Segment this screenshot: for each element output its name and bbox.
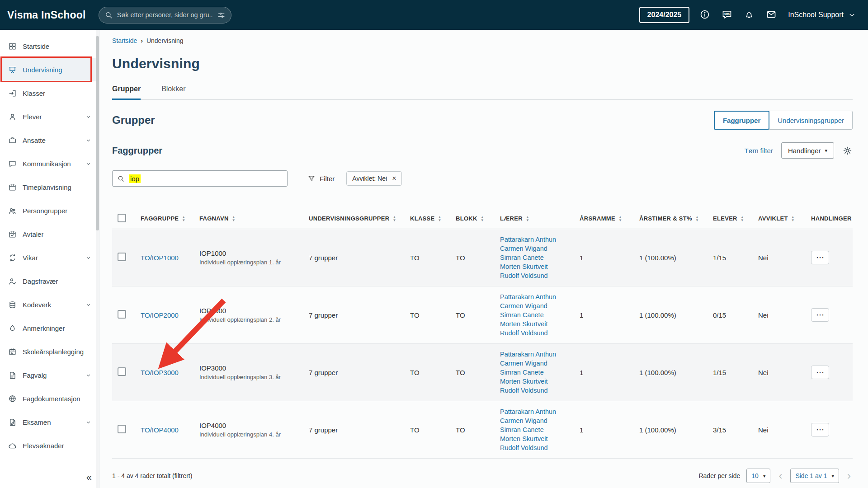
teacher-link[interactable]: Rudolf Voldsund [500,271,573,280]
teacher-link[interactable]: Rudolf Voldsund [500,328,573,338]
sidebar-item-label: Dagsfravær [23,277,58,285]
toggle-undervisningsgrupper[interactable]: Undervisningsgrupper [769,111,853,130]
teacher-link[interactable]: Morten Skurtveit [500,319,573,328]
teacher-link[interactable]: Simran Canete [500,368,573,377]
teacher-link[interactable]: Pattarakarn Anthun [500,407,573,416]
toggle-faggrupper[interactable]: Faggrupper [714,111,769,130]
sidebar-item-eksamen[interactable]: Eksamen [0,410,99,434]
caret-down-icon: ▾ [763,473,766,479]
sidebar-item-klasser[interactable]: Klasser [0,81,99,105]
teacher-link[interactable]: Rudolf Voldsund [500,443,573,452]
global-search-input[interactable]: Søk etter personer, sider og gru... [99,7,231,23]
school-year-button[interactable]: 2024/2025 [639,7,690,23]
sidebar-scrollbar-thumb[interactable] [96,36,99,230]
sidebar-item-startside[interactable]: Startside [0,34,99,58]
handlinger-button[interactable]: Handlinger ▾ [781,142,834,159]
sidebar-item-avtaler[interactable]: Avtaler [0,222,99,246]
grupper-cell: 7 grupper [305,254,406,262]
sidebar-item-anmerkninger[interactable]: Anmerkninger [0,316,99,340]
rows-per-page-select[interactable]: 10 ▾ [746,469,770,483]
sidebar-item-kommunikasjon[interactable]: Kommunikasjon [0,152,99,175]
teacher-link[interactable]: Morten Skurtveit [500,434,573,443]
prev-page-button[interactable]: ‹ [777,470,784,481]
row-checkbox[interactable] [118,367,126,376]
faggruppe-link[interactable]: TO/IOP4000 [141,426,179,434]
sidebar-item-fagdokumentasjon[interactable]: Fagdokumentasjon [0,387,99,410]
elever-cell: 3/15 [709,426,755,434]
column-header-fagnavn[interactable]: FAGNAVN▲▼ [196,215,305,222]
teacher-link[interactable]: Carmen Wigand [500,244,573,253]
card-tools: Tøm filter Handlinger ▾ [745,142,853,159]
row-checkbox[interactable] [118,253,126,261]
teacher-link[interactable]: Simran Canete [500,310,573,319]
info-icon[interactable] [699,9,712,21]
sidebar-item-elever[interactable]: Elever [0,105,99,128]
sidebar-item-vikar[interactable]: Vikar [0,246,99,269]
table-search-input[interactable]: iop [112,170,288,187]
sidebar-item-fagvalg[interactable]: Fagvalg [0,363,99,387]
presentation-board-icon [8,66,17,74]
column-header-undervisningsgrupper[interactable]: UNDERVISNINGSGRUPPER▲▼ [305,215,406,222]
breadcrumb-home-link[interactable]: Startside [112,37,137,44]
teacher-link[interactable]: Pattarakarn Anthun [500,235,573,244]
column-header-faggruppe[interactable]: FAGGRUPPE▲▼ [137,215,196,222]
laerer-cell: Pattarakarn Anthun Carmen Wigand Simran … [496,292,576,338]
sidebar-item-timeplanvisning[interactable]: Timeplanvisning [0,175,99,199]
row-checkbox[interactable] [118,310,126,319]
sidebar-item-ansatte[interactable]: Ansatte [0,128,99,152]
teacher-link[interactable]: Pattarakarn Anthun [500,292,573,301]
arstimer-cell: 1 (100.00%) [636,254,709,262]
teacher-link[interactable]: Pattarakarn Anthun [500,350,573,359]
faggruppe-link[interactable]: TO/IOP2000 [141,311,179,319]
section-title: Grupper [112,114,155,127]
column-header-laerer[interactable]: LÆRER▲▼ [496,215,576,222]
support-menu[interactable]: InSchool Support [788,11,856,19]
teacher-link[interactable]: Morten Skurtveit [500,262,573,271]
sidebar-item-persongrupper[interactable]: Persongrupper [0,199,99,222]
chip-remove-icon[interactable]: × [392,175,396,182]
row-actions-button[interactable]: ⋯ [811,251,829,264]
caret-down-icon: ▾ [831,473,834,479]
column-header-blokk[interactable]: BLOKK▲▼ [452,215,496,222]
teacher-link[interactable]: Carmen Wigand [500,301,573,310]
sidebar-item-kodeverk[interactable]: Kodeverk [0,293,99,316]
search-filter-sliders-icon[interactable] [217,11,226,19]
gear-icon[interactable] [842,145,853,156]
column-header-elever[interactable]: ELEVER▲▼ [709,215,755,222]
row-checkbox[interactable] [118,425,126,433]
column-header-avviklet[interactable]: AVVIKLET▲▼ [755,215,807,222]
page-select[interactable]: Side 1 av 1 ▾ [790,469,839,483]
column-header-arstimer[interactable]: ÅRSTIMER & ST%▲▼ [636,215,709,222]
tab-grupper[interactable]: Grupper [112,85,141,100]
teacher-link[interactable]: Rudolf Voldsund [500,386,573,395]
select-all-checkbox[interactable] [118,214,126,222]
faggruppe-link[interactable]: TO/IOP1000 [141,254,179,262]
faggruppe-link[interactable]: TO/IOP3000 [141,369,179,376]
sidebar-item-undervisning[interactable]: Undervisning [0,58,99,81]
column-header-klasse[interactable]: KLASSE▲▼ [406,215,452,222]
filter-chip-avviklet[interactable]: Avviklet: Nei × [346,171,402,186]
sidebar-collapse-button[interactable]: « [86,472,92,483]
avviklet-cell: Nei [755,426,807,434]
teacher-link[interactable]: Carmen Wigand [500,359,573,368]
avviklet-cell: Nei [755,311,807,319]
column-header-arsramme[interactable]: ÅRSRAMME▲▼ [576,215,636,222]
bell-icon[interactable] [744,9,756,21]
sms-icon[interactable]: SMS [722,9,734,21]
envelope-icon[interactable] [766,9,778,21]
app-logo[interactable]: Visma InSchool [7,9,86,21]
sidebar-item-elevsoknader[interactable]: Elevsøknader [0,434,99,457]
clear-filter-link[interactable]: Tøm filter [745,147,773,155]
teacher-link[interactable]: Simran Canete [500,253,573,262]
tab-blokker[interactable]: Blokker [161,85,185,100]
sidebar-item-dagsfravaer[interactable]: Dagsfravær [0,269,99,293]
teacher-link[interactable]: Simran Canete [500,425,573,434]
filter-button[interactable]: Filter [307,174,335,183]
sidebar-item-skolearsplanlegging[interactable]: Skoleårsplanlegging [0,340,99,363]
next-page-button[interactable]: › [845,470,853,481]
teacher-link[interactable]: Carmen Wigand [500,416,573,425]
teacher-link[interactable]: Morten Skurtveit [500,377,573,386]
row-actions-button[interactable]: ⋯ [811,308,829,322]
row-actions-button[interactable]: ⋯ [811,366,829,379]
row-actions-button[interactable]: ⋯ [811,423,829,436]
